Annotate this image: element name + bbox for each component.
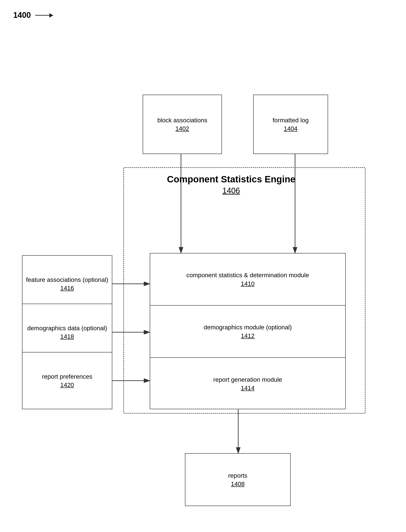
reports-label: reports <box>228 472 247 480</box>
diagram-container: 1400 block associations 1402 fo <box>0 0 406 532</box>
figure-number: 1400 <box>13 11 31 20</box>
module-1-label: component statistics & determination mod… <box>186 271 309 279</box>
engine-title: Component Statistics Engine <box>154 174 308 185</box>
figure-label: 1400 <box>13 11 53 20</box>
module-row-3: report generation module 1414 <box>150 358 345 410</box>
formatted-log-box: formatted log 1404 <box>253 95 328 154</box>
reports-id: 1408 <box>231 481 245 488</box>
figure-arrow <box>35 15 53 16</box>
report-preferences-id: 1420 <box>60 382 74 389</box>
block-associations-box: block associations 1402 <box>143 95 222 154</box>
module-2-label: demographics module (optional) <box>204 323 292 331</box>
module-3-label: report generation module <box>213 376 282 384</box>
module-row-1: component statistics & determination mod… <box>150 254 345 305</box>
module-2-id: 1412 <box>241 333 254 340</box>
feature-associations-id: 1416 <box>60 285 74 292</box>
engine-label: Component Statistics Engine 1406 <box>154 174 308 195</box>
demographics-data-label: demographics data (optional) <box>27 324 107 332</box>
module-3-id: 1414 <box>241 385 254 392</box>
report-preferences-box: report preferences 1420 <box>22 352 112 409</box>
demographics-data-id: 1418 <box>60 333 74 340</box>
engine-id: 1406 <box>154 186 308 195</box>
block-associations-label: block associations <box>157 116 207 124</box>
formatted-log-label: formatted log <box>273 116 308 124</box>
module-row-2: demographics module (optional) 1412 <box>150 305 345 358</box>
feature-associations-label: feature associations (optional) <box>26 276 108 284</box>
module-1-id: 1410 <box>241 280 254 287</box>
report-preferences-label: report preferences <box>42 373 93 381</box>
block-associations-id: 1402 <box>175 125 189 132</box>
reports-box: reports 1408 <box>185 453 291 506</box>
formatted-log-id: 1404 <box>284 125 297 132</box>
module-container: component statistics & determination mod… <box>150 253 346 409</box>
